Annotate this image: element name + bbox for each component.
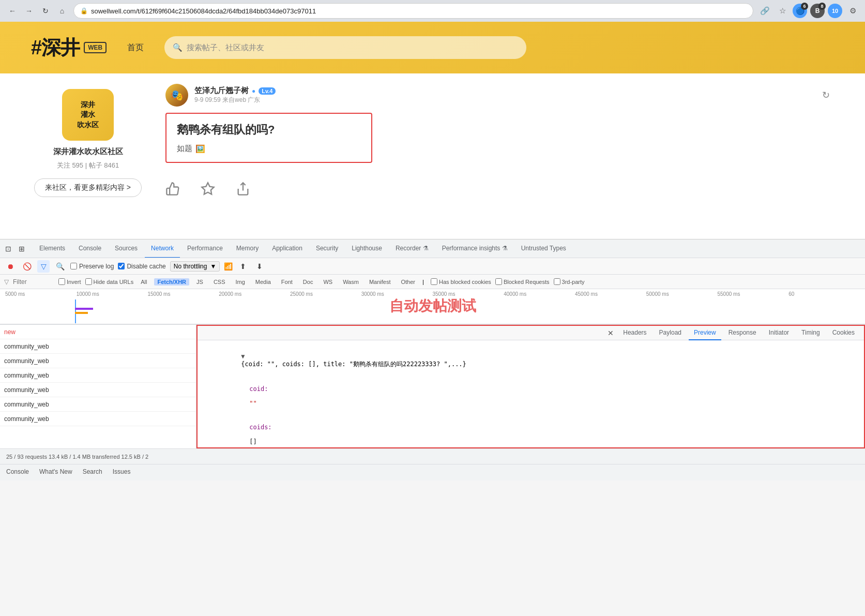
devtools-panel: ⊡ ⊞ Elements Console Sources Network Per… (0, 239, 865, 480)
tab-application[interactable]: Application (266, 239, 309, 258)
post-header: 🎭 笠泽九斤翘子树 ● Lv.4 9-9 09:59 来自web 广东 ↻ (165, 84, 834, 107)
third-party-label[interactable]: 3rd-party (554, 278, 585, 285)
community-avatar-text: 深井 灌水 吹水区 (77, 100, 99, 130)
tab-console[interactable]: Console (72, 239, 108, 258)
tab-lighthouse[interactable]: Lighthouse (345, 239, 388, 258)
filter-all[interactable]: All (138, 278, 150, 286)
detail-tab-timing[interactable]: Timing (796, 326, 825, 340)
reload-button[interactable]: ↻ (38, 4, 53, 18)
refresh-button[interactable]: ↻ (817, 87, 834, 103)
search-network-button[interactable]: 🔍 (54, 260, 66, 273)
footer-tab-console[interactable]: Console (6, 468, 29, 477)
tab-recorder[interactable]: Recorder ⚗ (389, 239, 435, 258)
user-info: 笠泽九斤翘子树 ● Lv.4 9-9 09:59 来自web 广东 (194, 86, 811, 104)
request-item-1[interactable]: community_web (0, 339, 196, 354)
tab-performance-insights[interactable]: Performance insights ⚗ (436, 239, 514, 258)
detail-tab-cookies[interactable]: Cookies (827, 326, 860, 340)
throttling-selector[interactable]: No throttling ▼ (170, 261, 220, 272)
blocked-requests-checkbox[interactable] (495, 278, 502, 285)
share-button[interactable]: 🔗 (757, 4, 772, 18)
footer-tab-whats-new[interactable]: What's New (39, 468, 72, 477)
tab-elements[interactable]: Elements (33, 239, 71, 258)
level-badge: Lv.4 (259, 87, 276, 95)
disable-cache-label[interactable]: Disable cache (118, 263, 165, 270)
back-button[interactable]: ← (5, 4, 20, 18)
import-har-button[interactable]: ⬆ (237, 260, 249, 273)
request-item-new[interactable]: new (0, 325, 196, 339)
tab-security[interactable]: Security (310, 239, 344, 258)
filter-button[interactable]: ▽ (37, 260, 50, 273)
filter-other[interactable]: Other (398, 278, 418, 286)
hide-data-urls-label[interactable]: Hide data URLs (85, 278, 134, 285)
detail-tab-headers[interactable]: Headers (618, 326, 651, 340)
coids-val: [] (249, 438, 256, 445)
third-party-checkbox[interactable] (554, 278, 560, 285)
address-bar[interactable]: 🔒 sowellwell.com/t/612f69f604c21506084dc… (73, 3, 753, 19)
collapse-arrow[interactable]: ▼ (241, 353, 245, 360)
response-preview-body: ▼ {coid: "", coids: [], title: "鹅鸭杀有组队的吗… (198, 340, 864, 448)
detail-tab-preview[interactable]: Preview (689, 326, 721, 340)
detail-tab-payload[interactable]: Payload (654, 326, 687, 340)
tab-sources[interactable]: Sources (109, 239, 144, 258)
nav-home-link[interactable]: 首页 (127, 42, 144, 53)
detail-tab-response[interactable]: Response (723, 326, 762, 340)
request-item-3[interactable]: community_web (0, 368, 196, 383)
extension-icon-2[interactable]: B 8 (810, 4, 825, 18)
share-post-button[interactable] (236, 182, 250, 196)
verified-icon: ● (252, 87, 255, 95)
favorite-button[interactable] (201, 182, 215, 196)
json-summary: {coid: "", coids: [], title: "鹅鸭杀有组队的吗22… (241, 360, 466, 368)
like-button[interactable] (165, 182, 180, 196)
preserve-log-label[interactable]: Preserve log (70, 263, 114, 270)
tab-untrusted-types[interactable]: Untrusted Types (515, 239, 572, 258)
invert-label[interactable]: Invert (58, 278, 81, 285)
home-button[interactable]: ⌂ (55, 4, 69, 18)
extension-icon-1[interactable]: 🔵 6 (793, 4, 807, 18)
detail-close-button[interactable]: ✕ (605, 328, 616, 338)
request-item-4[interactable]: community_web (0, 383, 196, 397)
post-image-emoji: 🖼️ (195, 144, 205, 154)
preserve-log-checkbox[interactable] (70, 263, 77, 269)
filter-input[interactable] (13, 278, 54, 286)
forward-button[interactable]: → (22, 4, 36, 18)
tab-performance[interactable]: Performance (181, 239, 229, 258)
clear-button[interactable]: 🚫 (21, 260, 33, 273)
filter-js[interactable]: JS (193, 278, 206, 286)
filter-font[interactable]: Font (278, 278, 296, 286)
blocked-requests-label[interactable]: Blocked Requests (495, 278, 550, 285)
detail-tab-initiator[interactable]: Initiator (764, 326, 794, 340)
filter-media[interactable]: Media (252, 278, 274, 286)
filter-manifest[interactable]: Manifest (366, 278, 394, 286)
user-avatar: 🎭 (165, 84, 188, 107)
request-item-5[interactable]: community_web (0, 397, 196, 412)
filter-ws[interactable]: WS (320, 278, 336, 286)
footer-tab-issues[interactable]: Issues (113, 468, 131, 477)
disable-cache-checkbox[interactable] (118, 263, 125, 269)
blocked-cookies-checkbox[interactable] (431, 278, 437, 285)
filter-doc[interactable]: Doc (300, 278, 316, 286)
tl-10000: 10000 ms (77, 291, 148, 297)
devtools-dock-button[interactable]: ⊡ (2, 243, 14, 255)
request-item-2[interactable]: community_web (0, 354, 196, 368)
hide-data-urls-checkbox[interactable] (85, 278, 92, 285)
avatar-line3: 吹水区 (77, 120, 99, 130)
blocked-cookies-label[interactable]: Has blocked cookies (431, 278, 491, 285)
invert-checkbox[interactable] (58, 278, 65, 285)
record-button[interactable]: ⏺ (4, 260, 17, 273)
browser-actions: 🔗 ☆ 🔵 6 B 8 10 ⚙ (757, 4, 860, 18)
export-har-button[interactable]: ⬇ (253, 260, 266, 273)
bookmark-button[interactable]: ☆ (775, 4, 790, 18)
footer-tab-search[interactable]: Search (83, 468, 102, 477)
extension-icon-3[interactable]: 10 (828, 4, 842, 18)
filter-img[interactable]: Img (233, 278, 248, 286)
tab-network[interactable]: Network (145, 239, 180, 258)
search-bar[interactable]: 🔍 搜索帖子、社区或井友 (164, 36, 526, 59)
filter-css[interactable]: CSS (210, 278, 229, 286)
settings-button[interactable]: ⚙ (845, 4, 860, 18)
tab-memory[interactable]: Memory (230, 239, 265, 258)
request-item-6[interactable]: community_web (0, 412, 196, 426)
filter-wasm[interactable]: Wasm (340, 278, 362, 286)
devtools-undock-button[interactable]: ⊞ (16, 243, 28, 255)
filter-fetch-xhr[interactable]: Fetch/XHR (154, 278, 189, 286)
join-community-button[interactable]: 来社区，看更多精彩内容 > (34, 178, 142, 197)
